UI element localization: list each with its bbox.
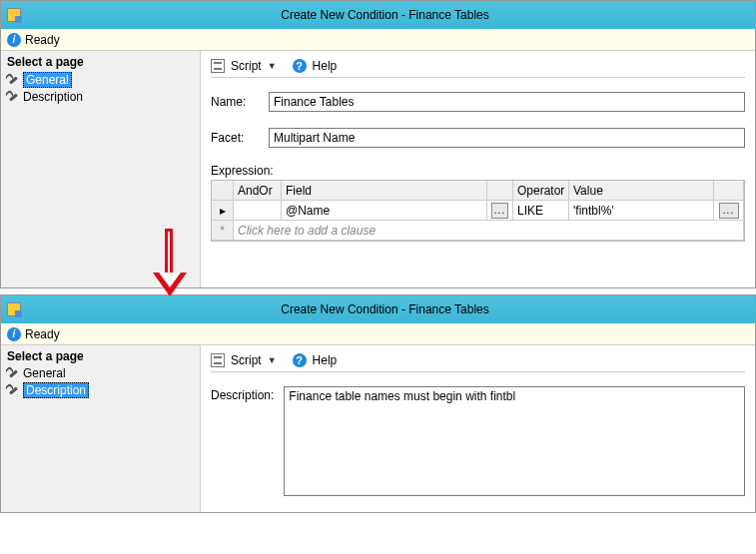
grid-header-selector <box>212 181 234 201</box>
cell-andor[interactable] <box>234 201 282 221</box>
sidebar-item-general[interactable]: General <box>1 71 200 89</box>
sidebar-header: Select a page <box>1 53 200 71</box>
grid-header-value[interactable]: Value <box>569 181 714 201</box>
sidebar-item-general[interactable]: General <box>1 365 200 381</box>
sidebar-item-label: Description <box>23 90 83 104</box>
wrench-icon <box>7 91 19 103</box>
app-icon <box>7 302 21 316</box>
window-title: Create New Condition - Finance Tables <box>21 302 749 316</box>
help-button[interactable]: Help <box>313 59 338 73</box>
script-button[interactable]: Script <box>231 353 262 367</box>
chevron-down-icon[interactable]: ▼ <box>268 355 277 365</box>
sidebar-item-label: Description <box>23 382 89 398</box>
toolbar: Script ▼ ? Help <box>211 59 745 78</box>
grid-header-row: AndOr Field Operator Value <box>212 181 744 201</box>
help-icon: ? <box>293 353 307 367</box>
status-bar: i Ready <box>1 323 755 345</box>
description-label: Description: <box>211 386 274 496</box>
info-icon: i <box>7 327 21 341</box>
description-textarea[interactable] <box>284 386 745 496</box>
window-title: Create New Condition - Finance Tables <box>21 8 749 22</box>
sidebar-header: Select a page <box>1 347 200 365</box>
cell-value[interactable]: 'fintbl%' <box>569 201 714 221</box>
sidebar-item-description[interactable]: Description <box>1 89 200 105</box>
grid-header-andor[interactable]: AndOr <box>234 181 282 201</box>
status-text: Ready <box>25 33 60 47</box>
grid-new-row[interactable]: * Click here to add a clause <box>212 221 744 241</box>
wrench-icon <box>7 74 19 86</box>
cell-field[interactable]: @Name <box>282 201 487 221</box>
new-row-placeholder[interactable]: Click here to add a clause <box>234 221 744 241</box>
script-button[interactable]: Script <box>231 59 262 73</box>
name-label: Name: <box>211 95 269 109</box>
info-icon: i <box>7 33 21 47</box>
facet-input[interactable] <box>269 128 745 148</box>
chevron-down-icon[interactable]: ▼ <box>268 61 277 71</box>
row-marker: ▸ <box>212 201 234 221</box>
grid-header-spacer <box>487 181 513 201</box>
help-icon: ? <box>293 59 307 73</box>
help-button[interactable]: Help <box>313 353 338 367</box>
cell-value-picker[interactable]: ... <box>714 201 744 221</box>
titlebar[interactable]: Create New Condition - Finance Tables <box>1 1 755 29</box>
dialog-window-general: Create New Condition - Finance Tables i … <box>0 0 756 288</box>
name-input[interactable] <box>269 92 745 112</box>
expression-grid: AndOr Field Operator Value ▸ @Name ... L… <box>211 180 745 242</box>
grid-row[interactable]: ▸ @Name ... LIKE 'fintbl%' ... <box>212 201 744 221</box>
facet-label: Facet: <box>211 131 269 145</box>
wrench-icon <box>7 367 19 379</box>
toolbar: Script ▼ ? Help <box>211 353 745 372</box>
sidebar: Select a page General Description <box>1 345 201 512</box>
content-panel: Script ▼ ? Help Name: Facet: Expression:… <box>201 51 755 287</box>
dialog-window-description: Create New Condition - Finance Tables i … <box>0 294 756 513</box>
content-panel: Script ▼ ? Help Description: <box>201 345 755 512</box>
sidebar-item-label: General <box>23 72 72 88</box>
titlebar[interactable]: Create New Condition - Finance Tables <box>1 295 755 323</box>
sidebar-item-label: General <box>23 366 66 380</box>
ellipsis-button[interactable]: ... <box>491 203 508 219</box>
cell-field-picker[interactable]: ... <box>487 201 513 221</box>
app-icon <box>7 8 21 22</box>
status-text: Ready <box>25 327 60 341</box>
sidebar-item-description[interactable]: Description <box>1 381 200 399</box>
grid-header-field[interactable]: Field <box>282 181 487 201</box>
ellipsis-button[interactable]: ... <box>719 203 739 219</box>
grid-header-spacer2 <box>714 181 744 201</box>
wrench-icon <box>7 384 19 396</box>
grid-header-operator[interactable]: Operator <box>513 181 569 201</box>
cell-operator[interactable]: LIKE <box>513 201 569 221</box>
expression-label: Expression: <box>211 164 745 178</box>
status-bar: i Ready <box>1 29 755 51</box>
new-row-marker: * <box>212 221 234 241</box>
script-icon <box>211 59 225 73</box>
script-icon <box>211 353 225 367</box>
